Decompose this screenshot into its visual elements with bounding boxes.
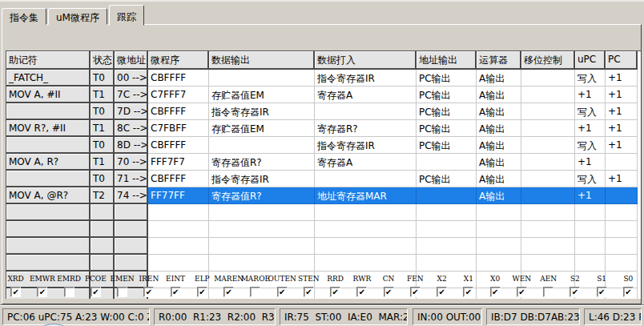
grid-cell[interactable]: MOV A, R? — [6, 154, 91, 171]
grid-cell[interactable] — [521, 87, 575, 103]
signal-checkbox-s0[interactable]: ✔ — [623, 287, 634, 297]
grid-cell[interactable]: A输出 — [477, 103, 521, 120]
grid-cell[interactable]: PC输出 — [417, 137, 477, 154]
grid-cell[interactable] — [209, 204, 315, 221]
grid-cell[interactable] — [521, 154, 575, 171]
grid-cell[interactable]: A输出 — [477, 171, 521, 187]
grid-cell[interactable] — [417, 154, 477, 171]
grid-cell[interactable]: 写入 — [575, 70, 606, 87]
grid-cell[interactable] — [315, 103, 417, 120]
grid-cell[interactable]: PC输出 — [417, 70, 477, 87]
grid-cell[interactable] — [521, 204, 575, 221]
grid-cell[interactable] — [606, 255, 638, 272]
grid-cell[interactable] — [115, 221, 148, 238]
grid-cell[interactable]: 8D --> — [115, 137, 148, 154]
signal-checkbox-x0[interactable]: ✔ — [490, 287, 501, 297]
grid-cell[interactable] — [91, 238, 115, 255]
grid-cell[interactable]: 寄存器值R? — [209, 154, 315, 171]
grid-cell[interactable] — [315, 238, 417, 255]
grid-cell[interactable] — [209, 238, 315, 255]
grid-cell[interactable] — [606, 238, 638, 255]
grid-cell[interactable]: +1 — [575, 87, 606, 103]
signal-checkbox-iren[interactable]: ✔ — [143, 287, 154, 297]
grid-cell[interactable]: C7FFF7 — [148, 87, 209, 103]
signal-checkbox-x2[interactable]: ✔ — [437, 287, 447, 297]
grid-cell[interactable]: 寄存器A — [315, 154, 417, 171]
grid-cell[interactable]: +1 — [575, 120, 606, 137]
grid-cell[interactable] — [209, 70, 315, 87]
signal-checkbox-s1[interactable]: ✔ — [597, 287, 607, 297]
signal-checkbox-maren[interactable]: ✔ — [223, 287, 234, 297]
signal-checkbox-maroe[interactable] — [250, 287, 260, 297]
tab-um-microprogram[interactable]: uM微程序 — [48, 8, 107, 25]
grid-cell[interactable] — [521, 120, 575, 137]
grid-cell[interactable] — [6, 204, 91, 221]
grid-cell[interactable] — [521, 70, 575, 87]
grid-cell[interactable] — [477, 255, 521, 272]
grid-cell[interactable]: CBFFFF — [148, 103, 209, 120]
grid-cell[interactable]: FFF7F7 — [148, 154, 209, 171]
grid-cell[interactable]: 存贮器值EM — [209, 120, 315, 137]
grid-cell[interactable]: PC输出 — [417, 171, 477, 187]
grid-cell[interactable] — [521, 255, 575, 272]
grid-cell[interactable] — [6, 137, 91, 154]
signal-checkbox-rrd[interactable]: ✔ — [330, 287, 340, 297]
grid-cell[interactable]: +1 — [606, 103, 638, 120]
grid-cell[interactable] — [417, 187, 477, 204]
grid-cell[interactable] — [91, 255, 115, 272]
signal-checkbox-emen[interactable] — [117, 287, 127, 297]
grid-cell[interactable] — [6, 255, 91, 272]
grid-cell[interactable]: CBFFFF — [148, 171, 209, 187]
signal-checkbox-wen[interactable]: ✔ — [517, 287, 527, 297]
signal-checkbox-fen[interactable]: ✔ — [410, 287, 421, 297]
grid-cell[interactable]: PC输出 — [417, 103, 477, 120]
grid-cell[interactable]: 71 --> — [115, 171, 148, 187]
grid-cell[interactable] — [115, 238, 148, 255]
signal-checkbox-sten[interactable]: ✔ — [304, 287, 314, 297]
grid-cell[interactable]: C7FBFF — [148, 120, 209, 137]
grid-cell[interactable]: 8C --> — [115, 120, 148, 137]
grid-cell[interactable]: PC输出 — [417, 120, 477, 137]
grid-cell[interactable]: PC输出 — [417, 87, 477, 103]
grid-cell[interactable] — [148, 255, 209, 272]
grid-cell[interactable]: +1 — [606, 171, 638, 187]
grid-cell[interactable] — [417, 204, 477, 221]
grid-cell[interactable]: +1 — [606, 120, 638, 137]
grid-cell[interactable]: +1 — [575, 154, 606, 171]
grid-cell[interactable] — [148, 221, 209, 238]
grid-cell[interactable]: CBFFFF — [148, 137, 209, 154]
grid-cell[interactable]: 74 --> — [115, 187, 148, 204]
grid-cell[interactable] — [417, 221, 477, 238]
grid-cell[interactable] — [6, 103, 91, 120]
grid-cell[interactable]: _FATCH_ — [6, 70, 91, 87]
grid-cell[interactable] — [6, 221, 91, 238]
grid-cell[interactable] — [477, 221, 521, 238]
grid-cell[interactable] — [6, 238, 91, 255]
signal-checkbox-s2[interactable]: ✔ — [570, 287, 580, 297]
grid-cell[interactable] — [521, 221, 575, 238]
grid-cell[interactable]: T0 — [91, 171, 115, 187]
signal-checkbox-emwr[interactable]: ✔ — [37, 287, 47, 297]
grid-cell[interactable]: 指令寄存器IR — [315, 70, 417, 87]
grid-cell[interactable]: +1 — [606, 87, 638, 103]
grid-cell[interactable]: 寄存器R? — [315, 120, 417, 137]
grid-cell[interactable]: T2 — [91, 187, 115, 204]
grid-cell[interactable] — [148, 238, 209, 255]
grid-cell[interactable] — [115, 255, 148, 272]
grid-cell[interactable]: A输出 — [477, 87, 521, 103]
grid-cell[interactable]: A输出 — [477, 154, 521, 171]
grid-cell[interactable] — [477, 238, 521, 255]
grid-cell[interactable]: A输出 — [477, 120, 521, 137]
grid-cell[interactable] — [477, 204, 521, 221]
grid-cell[interactable]: 存贮器值EM — [209, 87, 315, 103]
grid-cell[interactable] — [91, 204, 115, 221]
grid-cell[interactable]: +1 — [606, 137, 638, 154]
grid-cell[interactable]: 写入 — [575, 103, 606, 120]
grid-cell[interactable] — [417, 238, 477, 255]
grid-cell[interactable]: 指令寄存器IR — [209, 103, 315, 120]
grid-cell[interactable] — [575, 221, 606, 238]
signal-checkbox-xrd[interactable]: ✔ — [10, 287, 21, 297]
grid-cell[interactable]: 寄存器值R? — [209, 187, 315, 204]
grid-cell[interactable]: T1 — [91, 120, 115, 137]
grid-cell[interactable] — [606, 154, 638, 171]
